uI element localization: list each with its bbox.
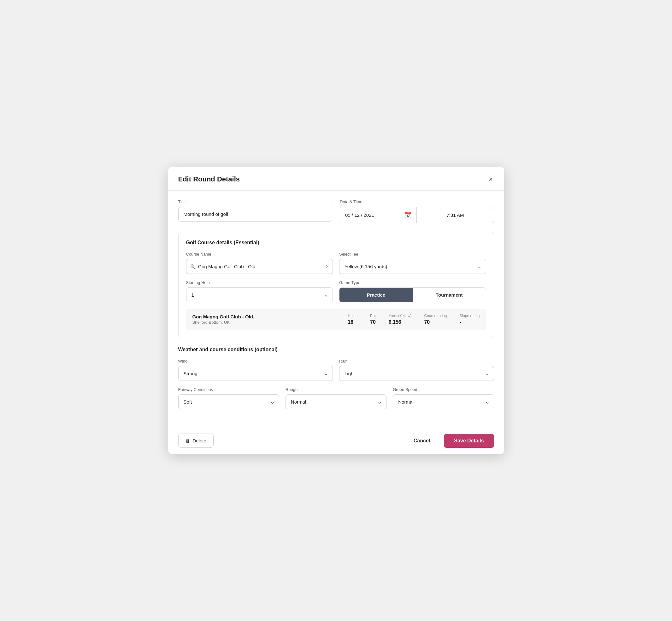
hole-gametype-row: Starting Hole 1 2 3 Game Type Practice <box>186 280 486 302</box>
tournament-button[interactable]: Tournament <box>413 288 486 302</box>
golf-course-section: Golf Course details (Essential) Course N… <box>178 232 494 338</box>
green-speed-label: Green Speed <box>393 387 494 392</box>
course-name-label: Course Name <box>186 252 333 256</box>
par-stat: Par 70 <box>370 314 376 325</box>
green-speed-group: Green Speed Slow Normal Fast Very Fast <box>393 387 494 409</box>
date-input[interactable]: 05 / 12 / 2021 📅 <box>340 207 417 223</box>
rough-wrapper: Dry Soft Normal Wet <box>286 395 386 409</box>
wind-group: Wind None Light Moderate Strong Very Str… <box>178 359 333 381</box>
course-info-row: Gog Magog Golf Club - Old, Shelford Bott… <box>186 308 486 330</box>
datetime-group: 05 / 12 / 2021 📅 7:31 AM <box>340 207 494 223</box>
holes-label: Holes <box>348 314 358 318</box>
title-field-group: Title <box>178 199 333 223</box>
fairway-wrapper: Dry Soft Normal Wet <box>178 395 279 409</box>
wind-dropdown[interactable]: None Light Moderate Strong Very Strong <box>178 366 333 381</box>
select-tee-dropdown[interactable]: Yellow (6,156 yards) White Red Blue <box>339 259 486 274</box>
date-value: 05 / 12 / 2021 <box>345 212 374 218</box>
modal-title: Edit Round Details <box>178 175 240 183</box>
weather-section: Weather and course conditions (optional)… <box>178 347 494 409</box>
edit-round-modal: Edit Round Details × Title Date & Time 0… <box>168 167 504 454</box>
starting-hole-label: Starting Hole <box>186 280 333 285</box>
rough-label: Rough <box>286 387 386 392</box>
course-info-name-group: Gog Magog Golf Club - Old, Shelford Bott… <box>193 314 255 325</box>
rain-label: Rain <box>339 359 494 364</box>
holes-stat: Holes 18 <box>348 314 358 325</box>
slope-rating-label: Slope rating <box>459 314 479 318</box>
course-search-field[interactable]: 🔍 × <box>186 259 333 274</box>
modal-footer: 🗑 Delete Cancel Save Details <box>168 427 504 454</box>
fairway-dropdown[interactable]: Dry Soft Normal Wet <box>178 395 279 409</box>
practice-button[interactable]: Practice <box>339 288 413 302</box>
yards-stat: Yards(Yellow) 6,156 <box>389 314 412 325</box>
course-tee-row: Course Name 🔍 × Select Tee Yellow (6,156… <box>186 252 486 274</box>
course-rating-label: Course rating <box>424 314 447 318</box>
course-stats: Holes 18 Par 70 Yards(Yellow) 6,156 Cour… <box>348 314 479 325</box>
title-input[interactable] <box>178 207 333 221</box>
course-info-location: Shelford Bottom, UK <box>193 320 255 325</box>
holes-value: 18 <box>348 319 353 325</box>
yards-value: 6,156 <box>389 319 401 325</box>
green-speed-wrapper: Slow Normal Fast Very Fast <box>393 395 494 409</box>
green-speed-dropdown[interactable]: Slow Normal Fast Very Fast <box>393 395 494 409</box>
course-rating-stat: Course rating 70 <box>424 314 447 325</box>
save-button[interactable]: Save Details <box>444 434 494 448</box>
starting-hole-group: Starting Hole 1 2 3 <box>186 280 333 302</box>
par-label: Par <box>370 314 376 318</box>
starting-hole-wrapper: 1 2 3 <box>186 287 333 302</box>
select-tee-label: Select Tee <box>339 252 486 256</box>
select-tee-wrapper: Yellow (6,156 yards) White Red Blue <box>339 259 486 274</box>
delete-label: Delete <box>193 438 206 443</box>
modal-header: Edit Round Details × <box>168 167 504 191</box>
game-type-label: Game Type <box>339 280 486 285</box>
conditions-row: Fairway Conditions Dry Soft Normal Wet R… <box>178 387 494 409</box>
datetime-field-group: Date & Time 05 / 12 / 2021 📅 7:31 AM <box>340 199 494 223</box>
weather-section-title: Weather and course conditions (optional) <box>178 347 494 353</box>
fairway-label: Fairway Conditions <box>178 387 279 392</box>
top-row: Title Date & Time 05 / 12 / 2021 📅 7:31 … <box>178 199 494 223</box>
rain-dropdown[interactable]: None Light Moderate Heavy <box>339 366 494 381</box>
trash-icon: 🗑 <box>185 438 190 443</box>
rough-group: Rough Dry Soft Normal Wet <box>286 387 386 409</box>
rain-wrapper: None Light Moderate Heavy <box>339 366 494 381</box>
course-name-group: Course Name 🔍 × <box>186 252 333 274</box>
yards-label: Yards(Yellow) <box>389 314 412 318</box>
wind-wrapper: None Light Moderate Strong Very Strong <box>178 366 333 381</box>
par-value: 70 <box>370 319 376 325</box>
starting-hole-dropdown[interactable]: 1 2 3 <box>186 287 333 302</box>
game-type-group: Game Type Practice Tournament <box>339 280 486 302</box>
course-info-name: Gog Magog Golf Club - Old, <box>193 314 255 319</box>
search-icon: 🔍 <box>190 264 196 269</box>
course-name-input[interactable] <box>198 259 326 274</box>
slope-rating-value: - <box>459 319 461 325</box>
cancel-button[interactable]: Cancel <box>405 434 439 448</box>
calendar-icon: 📅 <box>405 211 411 218</box>
close-button[interactable]: × <box>488 174 494 184</box>
modal-body: Title Date & Time 05 / 12 / 2021 📅 7:31 … <box>168 191 504 427</box>
title-label: Title <box>178 199 333 204</box>
golf-course-title: Golf Course details (Essential) <box>186 240 486 246</box>
clear-course-button[interactable]: × <box>326 264 329 270</box>
wind-rain-row: Wind None Light Moderate Strong Very Str… <box>178 359 494 381</box>
fairway-group: Fairway Conditions Dry Soft Normal Wet <box>178 387 279 409</box>
time-input[interactable]: 7:31 AM <box>417 207 494 223</box>
slope-rating-stat: Slope rating - <box>459 314 479 325</box>
wind-label: Wind <box>178 359 333 364</box>
course-rating-value: 70 <box>424 319 430 325</box>
delete-button[interactable]: 🗑 Delete <box>178 433 214 448</box>
time-value: 7:31 AM <box>447 212 464 218</box>
rain-group: Rain None Light Moderate Heavy <box>339 359 494 381</box>
rough-dropdown[interactable]: Dry Soft Normal Wet <box>286 395 386 409</box>
datetime-label: Date & Time <box>340 199 494 204</box>
game-type-toggle: Practice Tournament <box>339 287 486 302</box>
select-tee-group: Select Tee Yellow (6,156 yards) White Re… <box>339 252 486 274</box>
